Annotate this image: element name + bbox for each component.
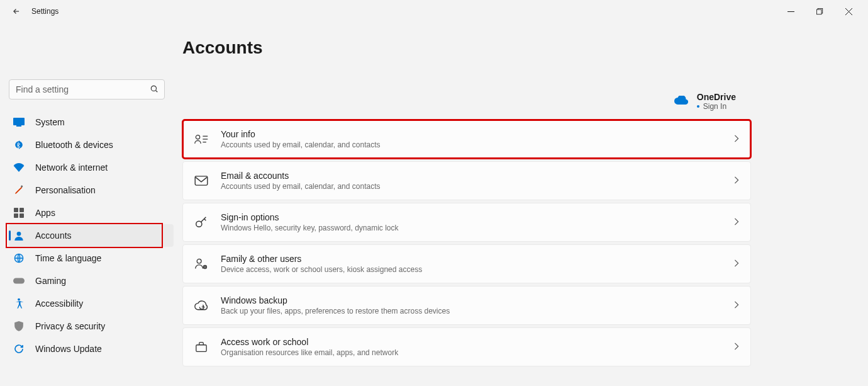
sidebar-item-label: System [35, 117, 65, 127]
svg-point-18 [18, 298, 20, 301]
onedrive-title: OneDrive [697, 92, 736, 102]
sidebar-item-label: Accounts [35, 230, 72, 241]
sidebar-item-label: Bluetooth & devices [35, 140, 113, 150]
card-email-accounts[interactable]: Email & accounts Accounts used by email,… [182, 161, 751, 200]
sidebar-item-accounts[interactable]: Accounts [9, 224, 174, 247]
chevron-right-icon [734, 133, 739, 145]
card-sub: Accounts used by email, calendar, and co… [221, 140, 721, 149]
status-dot-icon [697, 105, 699, 108]
sidebar-item-label: Privacy & security [35, 321, 105, 331]
card-sub: Organisation resources like email, apps,… [221, 348, 721, 357]
sidebar: System Bluetooth & devices Network & int… [0, 23, 182, 386]
card-title: Access work or school [221, 337, 721, 347]
sidebar-item-label: Time & language [35, 253, 101, 263]
sidebar-item-bluetooth[interactable]: Bluetooth & devices [9, 133, 174, 156]
sidebar-item-privacy[interactable]: Privacy & security [9, 315, 174, 338]
svg-rect-13 [14, 213, 18, 218]
bluetooth-icon [13, 139, 25, 151]
svg-rect-29 [196, 345, 206, 352]
onedrive-sub: Sign In [697, 102, 736, 111]
svg-rect-11 [14, 208, 18, 212]
cards-list: Your info Accounts used by email, calend… [182, 120, 751, 366]
app-title: Settings [31, 7, 58, 16]
system-icon [13, 116, 25, 128]
card-windows-backup[interactable]: Windows backup Back up your files, apps,… [182, 286, 751, 325]
sidebar-item-label: Gaming [35, 276, 66, 286]
shield-icon [13, 320, 25, 332]
globe-icon [13, 252, 25, 264]
svg-rect-23 [195, 176, 208, 185]
main: Accounts OneDrive Sign In Your info Acco… [182, 23, 868, 386]
chevron-right-icon [734, 341, 739, 353]
svg-point-5 [151, 86, 156, 91]
close-button[interactable] [834, 1, 863, 21]
mail-icon [194, 174, 208, 188]
card-title: Sign-in options [221, 212, 721, 222]
card-title: Your info [221, 129, 721, 139]
sidebar-item-apps[interactable]: Apps [9, 202, 174, 224]
card-your-info[interactable]: Your info Accounts used by email, calend… [182, 120, 751, 159]
wifi-icon [13, 161, 25, 174]
title-bar: Settings [0, 0, 868, 23]
sidebar-item-label: Windows Update [35, 344, 102, 354]
chevron-right-icon [734, 217, 739, 228]
search-icon [150, 84, 159, 96]
sidebar-item-label: Apps [35, 208, 55, 218]
search-input[interactable] [9, 79, 165, 99]
sidebar-item-accessibility[interactable]: Accessibility [9, 292, 174, 315]
brush-icon [13, 184, 25, 196]
card-title: Email & accounts [221, 171, 721, 181]
svg-rect-8 [16, 125, 21, 127]
svg-rect-17 [13, 278, 25, 284]
key-icon [194, 215, 208, 229]
sidebar-item-system[interactable]: System [9, 111, 174, 133]
sidebar-item-time[interactable]: Time & language [9, 247, 174, 270]
card-sub: Windows Hello, security key, password, d… [221, 224, 721, 232]
svg-rect-2 [816, 9, 821, 14]
sidebar-item-update[interactable]: Windows Update [9, 338, 174, 360]
maximize-button[interactable] [805, 1, 834, 21]
backup-icon [194, 298, 208, 312]
card-signin-options[interactable]: Sign-in options Windows Hello, security … [182, 203, 751, 242]
sidebar-item-gaming[interactable]: Gaming [9, 270, 174, 292]
update-icon [13, 343, 25, 355]
card-work-school[interactable]: Access work or school Organisation resou… [182, 327, 751, 366]
search-wrap [9, 79, 165, 99]
svg-point-19 [196, 135, 199, 139]
svg-rect-7 [13, 118, 25, 125]
card-sub: Back up your files, apps, preferences to… [221, 307, 721, 315]
page-title: Accounts [182, 38, 751, 58]
sidebar-item-label: Network & internet [35, 162, 108, 173]
chevron-right-icon [734, 175, 739, 186]
svg-rect-12 [19, 208, 24, 212]
onedrive-tile[interactable]: OneDrive Sign In [674, 92, 736, 111]
card-sub: Accounts used by email, calendar, and co… [221, 182, 721, 191]
sidebar-item-personalisation[interactable]: Personalisation [9, 179, 174, 202]
apps-icon [13, 207, 25, 219]
minimize-button[interactable] [776, 1, 805, 21]
gamepad-icon [13, 275, 25, 287]
sidebar-item-label: Accessibility [35, 298, 83, 309]
sidebar-item-label: Personalisation [35, 185, 96, 195]
svg-line-6 [156, 91, 158, 93]
svg-point-15 [17, 232, 21, 236]
card-title: Windows backup [221, 295, 721, 305]
accessibility-icon [13, 297, 25, 310]
card-title: Family & other users [221, 254, 721, 264]
briefcase-icon [194, 340, 208, 354]
card-family-users[interactable]: Family & other users Device access, work… [182, 244, 751, 283]
svg-rect-14 [19, 213, 24, 218]
nav: System Bluetooth & devices Network & int… [9, 111, 174, 360]
window-controls [776, 1, 863, 21]
person-card-icon [194, 132, 208, 146]
chevron-right-icon [734, 258, 739, 270]
card-sub: Device access, work or school users, kio… [221, 265, 721, 274]
svg-point-25 [197, 259, 201, 263]
family-icon [194, 257, 208, 271]
person-icon [13, 229, 25, 242]
chevron-right-icon [734, 300, 739, 311]
back-button[interactable] [11, 6, 21, 16]
cloud-icon [674, 94, 688, 108]
sidebar-item-network[interactable]: Network & internet [9, 156, 174, 179]
